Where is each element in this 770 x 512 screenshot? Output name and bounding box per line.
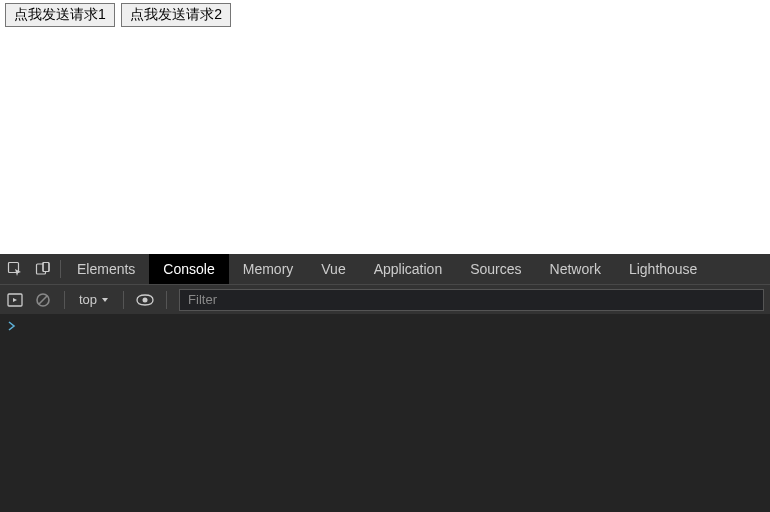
devtools-panel: Elements Console Memory Vue Application … <box>0 254 770 512</box>
tab-vue[interactable]: Vue <box>307 254 359 284</box>
live-expression-icon[interactable] <box>136 291 154 309</box>
devtools-tabs-bar: Elements Console Memory Vue Application … <box>0 254 770 284</box>
context-selector[interactable]: top <box>77 292 111 307</box>
svg-point-7 <box>143 297 148 302</box>
inspect-element-icon[interactable] <box>6 260 24 278</box>
console-prompt <box>8 320 16 334</box>
console-toolbar: top <box>0 284 770 314</box>
separator <box>166 291 167 309</box>
separator <box>60 260 61 278</box>
console-output[interactable] <box>0 314 770 512</box>
console-filter-input[interactable] <box>179 289 764 311</box>
separator <box>123 291 124 309</box>
context-label: top <box>79 292 97 307</box>
tab-lighthouse[interactable]: Lighthouse <box>615 254 712 284</box>
device-toolbar-icon[interactable] <box>34 260 52 278</box>
tab-console[interactable]: Console <box>149 254 228 284</box>
page-content: 点我发送请求1 点我发送请求2 <box>0 0 770 254</box>
clear-console-icon[interactable] <box>34 291 52 309</box>
tab-sources[interactable]: Sources <box>456 254 535 284</box>
tab-elements[interactable]: Elements <box>63 254 149 284</box>
devtools-icon-group <box>0 254 58 284</box>
send-request-1-button[interactable]: 点我发送请求1 <box>5 3 115 27</box>
send-request-2-button[interactable]: 点我发送请求2 <box>121 3 231 27</box>
toggle-sidebar-icon[interactable] <box>6 291 24 309</box>
svg-rect-2 <box>43 263 49 272</box>
svg-line-6 <box>39 296 47 304</box>
tab-memory[interactable]: Memory <box>229 254 308 284</box>
separator <box>64 291 65 309</box>
tab-network[interactable]: Network <box>536 254 615 284</box>
dropdown-caret-icon <box>101 296 109 304</box>
tab-application[interactable]: Application <box>360 254 457 284</box>
